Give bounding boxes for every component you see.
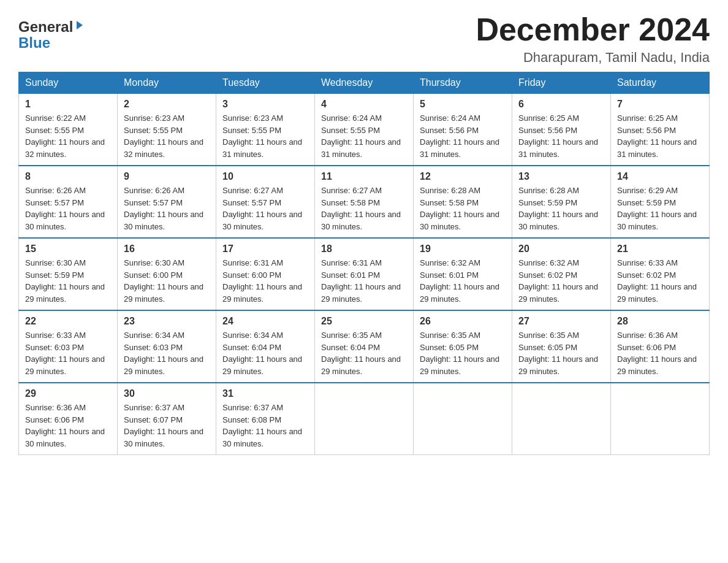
day-info: Sunrise: 6:31 AMSunset: 6:00 PMDaylight:… [222,258,302,304]
calendar-day-cell: 13 Sunrise: 6:28 AMSunset: 5:59 PMDaylig… [512,166,611,238]
day-number: 27 [518,316,604,327]
day-info: Sunrise: 6:30 AMSunset: 5:59 PMDaylight:… [25,258,105,304]
day-number: 19 [420,243,506,255]
calendar-day-cell [611,383,710,455]
calendar-day-cell: 24 Sunrise: 6:34 AMSunset: 6:04 PMDaylig… [216,310,315,383]
weekday-header: Wednesday [315,72,414,94]
calendar-day-cell: 26 Sunrise: 6:35 AMSunset: 6:05 PMDaylig… [414,310,512,383]
day-info: Sunrise: 6:23 AMSunset: 5:55 PMDaylight:… [124,113,203,159]
calendar-day-cell: 23 Sunrise: 6:34 AMSunset: 6:03 PMDaylig… [118,310,216,383]
day-number: 30 [124,388,210,399]
day-number: 25 [321,316,407,327]
day-info: Sunrise: 6:29 AMSunset: 5:59 PMDaylight:… [617,186,697,231]
day-number: 1 [25,99,111,110]
day-info: Sunrise: 6:37 AMSunset: 6:07 PMDaylight:… [124,403,203,448]
day-info: Sunrise: 6:33 AMSunset: 6:03 PMDaylight:… [25,331,105,376]
calendar-day-cell: 21 Sunrise: 6:33 AMSunset: 6:02 PMDaylig… [611,238,710,310]
day-info: Sunrise: 6:34 AMSunset: 6:03 PMDaylight:… [124,331,203,376]
calendar-day-cell: 29 Sunrise: 6:36 AMSunset: 6:06 PMDaylig… [19,383,118,455]
calendar-day-cell: 14 Sunrise: 6:29 AMSunset: 5:59 PMDaylig… [611,166,710,238]
calendar-day-cell: 1 Sunrise: 6:22 AMSunset: 5:55 PMDayligh… [19,94,118,166]
calendar-day-cell: 30 Sunrise: 6:37 AMSunset: 6:07 PMDaylig… [118,383,216,455]
calendar-week-row: 29 Sunrise: 6:36 AMSunset: 6:06 PMDaylig… [19,383,710,455]
calendar-day-cell: 18 Sunrise: 6:31 AMSunset: 6:01 PMDaylig… [315,238,414,310]
calendar-day-cell: 31 Sunrise: 6:37 AMSunset: 6:08 PMDaylig… [216,383,315,455]
day-number: 31 [222,388,308,399]
day-number: 29 [25,388,111,399]
calendar-day-cell [315,383,414,455]
weekday-header: Saturday [611,72,710,94]
day-number: 12 [420,171,506,182]
svg-marker-0 [77,21,83,29]
day-number: 7 [617,99,703,110]
day-number: 21 [617,243,703,255]
day-info: Sunrise: 6:32 AMSunset: 6:02 PMDaylight:… [518,258,598,304]
calendar-day-cell: 12 Sunrise: 6:28 AMSunset: 5:58 PMDaylig… [414,166,512,238]
calendar-day-cell: 25 Sunrise: 6:35 AMSunset: 6:04 PMDaylig… [315,310,414,383]
day-number: 23 [124,316,210,327]
calendar-day-cell: 28 Sunrise: 6:36 AMSunset: 6:06 PMDaylig… [611,310,710,383]
calendar-day-cell: 19 Sunrise: 6:32 AMSunset: 6:01 PMDaylig… [414,238,512,310]
day-number: 8 [25,171,111,182]
calendar-day-cell: 4 Sunrise: 6:24 AMSunset: 5:55 PMDayligh… [315,94,414,166]
day-number: 3 [222,99,308,110]
calendar-week-row: 22 Sunrise: 6:33 AMSunset: 6:03 PMDaylig… [19,310,710,383]
weekday-header: Tuesday [216,72,315,94]
calendar-day-cell: 15 Sunrise: 6:30 AMSunset: 5:59 PMDaylig… [19,238,118,310]
day-number: 11 [321,171,407,182]
day-number: 10 [222,171,308,182]
calendar-day-cell [512,383,611,455]
day-info: Sunrise: 6:28 AMSunset: 5:59 PMDaylight:… [518,186,598,231]
calendar-day-cell: 7 Sunrise: 6:25 AMSunset: 5:56 PMDayligh… [611,94,710,166]
day-info: Sunrise: 6:26 AMSunset: 5:57 PMDaylight:… [25,186,105,231]
calendar-week-row: 1 Sunrise: 6:22 AMSunset: 5:55 PMDayligh… [19,94,710,166]
calendar-day-cell: 8 Sunrise: 6:26 AMSunset: 5:57 PMDayligh… [19,166,118,238]
day-number: 16 [124,243,210,255]
weekday-header: Monday [118,72,216,94]
day-info: Sunrise: 6:32 AMSunset: 6:01 PMDaylight:… [420,258,499,304]
day-info: Sunrise: 6:22 AMSunset: 5:55 PMDaylight:… [25,113,105,159]
day-number: 17 [222,243,308,255]
calendar-day-cell: 17 Sunrise: 6:31 AMSunset: 6:00 PMDaylig… [216,238,315,310]
day-info: Sunrise: 6:24 AMSunset: 5:56 PMDaylight:… [420,113,499,159]
location-title: Dharapuram, Tamil Nadu, India [476,50,710,66]
calendar-header: SundayMondayTuesdayWednesdayThursdayFrid… [19,72,710,94]
day-info: Sunrise: 6:23 AMSunset: 5:55 PMDaylight:… [222,113,302,159]
page-header: General Blue December 2024 Dharapuram, T… [18,12,710,66]
calendar-day-cell [414,383,512,455]
day-info: Sunrise: 6:27 AMSunset: 5:57 PMDaylight:… [222,186,302,231]
day-info: Sunrise: 6:35 AMSunset: 6:05 PMDaylight:… [518,331,598,376]
calendar-table: SundayMondayTuesdayWednesdayThursdayFrid… [18,72,710,455]
day-info: Sunrise: 6:36 AMSunset: 6:06 PMDaylight:… [617,331,697,376]
day-number: 9 [124,171,210,182]
day-info: Sunrise: 6:27 AMSunset: 5:58 PMDaylight:… [321,186,401,231]
day-number: 28 [617,316,703,327]
day-info: Sunrise: 6:25 AMSunset: 5:56 PMDaylight:… [518,113,598,159]
logo-blue-text: Blue [18,36,50,50]
day-info: Sunrise: 6:26 AMSunset: 5:57 PMDaylight:… [124,186,203,231]
month-title: December 2024 [476,12,710,47]
day-number: 13 [518,171,604,182]
title-block: December 2024 Dharapuram, Tamil Nadu, In… [476,12,710,66]
logo-general-text: General [18,18,73,36]
calendar-day-cell: 10 Sunrise: 6:27 AMSunset: 5:57 PMDaylig… [216,166,315,238]
day-number: 15 [25,243,111,255]
day-info: Sunrise: 6:36 AMSunset: 6:06 PMDaylight:… [25,403,105,448]
day-info: Sunrise: 6:33 AMSunset: 6:02 PMDaylight:… [617,258,697,304]
weekday-header: Friday [512,72,611,94]
logo-arrow-icon [74,20,85,33]
day-number: 14 [617,171,703,182]
day-number: 6 [518,99,604,110]
day-info: Sunrise: 6:31 AMSunset: 6:01 PMDaylight:… [321,258,401,304]
day-info: Sunrise: 6:34 AMSunset: 6:04 PMDaylight:… [222,331,302,376]
day-info: Sunrise: 6:28 AMSunset: 5:58 PMDaylight:… [420,186,499,231]
calendar-day-cell: 27 Sunrise: 6:35 AMSunset: 6:05 PMDaylig… [512,310,611,383]
day-number: 22 [25,316,111,327]
day-info: Sunrise: 6:30 AMSunset: 6:00 PMDaylight:… [124,258,203,304]
calendar-day-cell: 2 Sunrise: 6:23 AMSunset: 5:55 PMDayligh… [118,94,216,166]
calendar-day-cell: 9 Sunrise: 6:26 AMSunset: 5:57 PMDayligh… [118,166,216,238]
day-number: 4 [321,99,407,110]
day-number: 5 [420,99,506,110]
weekday-header: Sunday [19,72,118,94]
day-number: 26 [420,316,506,327]
